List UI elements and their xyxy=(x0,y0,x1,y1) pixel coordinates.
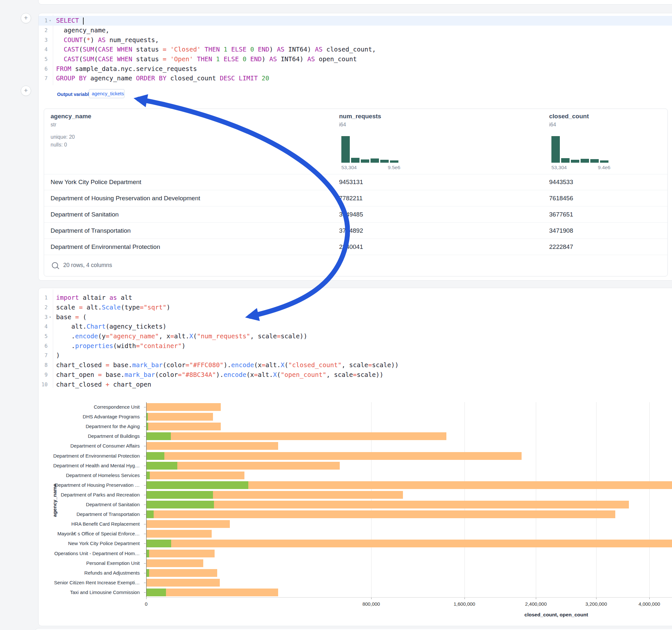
bar-closed_count[interactable] xyxy=(146,520,230,528)
code-line[interactable]: 6FROM sample_data.nyc.service_requests xyxy=(39,64,672,74)
bar-closed_count[interactable] xyxy=(146,452,522,460)
output-variable-chip[interactable]: agency_tickets xyxy=(89,89,124,98)
bar-closed_count[interactable] xyxy=(146,501,629,508)
bar-open_count[interactable] xyxy=(146,588,166,596)
bar-open_count[interactable] xyxy=(146,550,149,557)
column-header[interactable]: agency_name xyxy=(51,113,91,120)
table-cell: 3774892 xyxy=(339,227,363,234)
python-code-editor[interactable]: 1import altair as alt2scale = alt.Scale(… xyxy=(39,293,672,389)
bar-open_count[interactable] xyxy=(146,491,213,499)
bar-closed_count[interactable] xyxy=(146,510,615,518)
table-cell: 2240041 xyxy=(339,243,363,250)
y-axis-tick xyxy=(144,583,146,583)
code-token: "sqrt" xyxy=(144,304,166,311)
histogram-bar xyxy=(571,160,579,163)
bar-open_count[interactable] xyxy=(146,471,150,479)
bar-closed_count[interactable] xyxy=(146,471,244,479)
code-token: scale xyxy=(56,304,79,311)
code-line[interactable]: 1import altair as alt xyxy=(39,293,672,303)
bar-open_count[interactable] xyxy=(146,569,149,577)
code-line[interactable]: 5 CAST(SUM(CASE WHEN status = 'Open' THE… xyxy=(39,54,672,64)
column-header[interactable]: closed_count xyxy=(549,113,589,120)
table-row[interactable]: Department of Transportation377489234719… xyxy=(44,223,668,239)
code-token: (color xyxy=(155,371,178,379)
bar-open_count[interactable] xyxy=(146,452,164,460)
code-token: , scale xyxy=(342,361,368,369)
y-axis-tick xyxy=(144,514,146,515)
code-line[interactable]: 3 COUNT(*) AS num_requests, xyxy=(39,35,672,45)
code-line[interactable]: 8chart_closed = base.mark_bar(color="#FF… xyxy=(39,360,672,370)
sql-code-editor[interactable]: 1▾SELECT 2 agency_name,3 COUNT(*) AS num… xyxy=(39,16,672,83)
code-line[interactable]: 2 agency_name, xyxy=(39,26,672,35)
bar-closed_count[interactable] xyxy=(146,403,221,411)
bar-open_count[interactable] xyxy=(146,501,214,508)
bar-closed_count[interactable] xyxy=(146,579,220,587)
bar-open_count[interactable] xyxy=(146,481,248,489)
y-axis-tick-label: Department of Transportation xyxy=(39,511,140,517)
code-token xyxy=(167,55,170,63)
code-token: (color xyxy=(163,361,186,369)
line-number: 9 xyxy=(39,372,48,378)
bar-open_count[interactable] xyxy=(146,510,154,518)
y-axis-tick xyxy=(144,573,146,573)
search-icon[interactable] xyxy=(52,262,58,268)
table-row[interactable]: New York City Police Department945313194… xyxy=(44,174,668,190)
add-cell-button[interactable]: + xyxy=(21,86,31,96)
code-line[interactable]: 7GROUP BY agency_name ORDER BY closed_co… xyxy=(39,74,672,83)
bar-closed_count[interactable] xyxy=(146,550,215,557)
code-line[interactable]: 3▾base = ( xyxy=(39,312,672,322)
bar-closed_count[interactable] xyxy=(146,422,221,430)
code-token: = xyxy=(368,361,372,369)
code-line[interactable]: 10chart_closed + chart_open xyxy=(39,380,672,389)
bar-open_count[interactable] xyxy=(146,539,171,547)
bar-closed_count[interactable] xyxy=(146,413,213,421)
code-line[interactable]: 7) xyxy=(39,350,672,360)
code-token: ( xyxy=(79,55,83,63)
code-token: ( xyxy=(193,333,197,340)
y-axis-tick xyxy=(144,466,146,466)
code-token xyxy=(167,46,170,53)
chart-gridline xyxy=(536,402,536,597)
table-row[interactable]: Department of Housing Preservation and D… xyxy=(44,190,668,207)
bar-open_count[interactable] xyxy=(146,432,171,440)
code-line[interactable]: 4 CAST(SUM(CASE WHEN status = 'Closed' T… xyxy=(39,45,672,54)
bar-closed_count[interactable] xyxy=(146,442,278,450)
code-token: ) xyxy=(91,36,98,44)
code-line[interactable]: 2scale = alt.Scale(type="sqrt") xyxy=(39,303,672,312)
fold-toggle-icon[interactable]: ▾ xyxy=(48,315,52,319)
code-line[interactable]: 4 alt.Chart(agency_tickets) xyxy=(39,322,672,332)
bar-closed_count[interactable] xyxy=(146,559,203,567)
y-axis-tick xyxy=(144,407,146,407)
histogram-bar xyxy=(341,136,350,163)
code-line[interactable]: 6 .properties(width="container") xyxy=(39,341,672,350)
bar-closed_count[interactable] xyxy=(146,432,447,440)
bar-closed_count[interactable] xyxy=(146,569,217,577)
code-line[interactable]: 5 .encode(y="agency_name", x=alt.X("num_… xyxy=(39,332,672,341)
bar-open_count[interactable] xyxy=(146,413,148,421)
y-axis-tick xyxy=(144,446,146,446)
code-token: chart_open xyxy=(56,371,98,379)
line-number: 2 xyxy=(39,304,48,311)
bar-open_count[interactable] xyxy=(146,422,148,430)
fold-toggle-icon[interactable]: ▾ xyxy=(48,19,52,23)
bar-closed_count[interactable] xyxy=(146,588,278,596)
table-row[interactable]: Department of Sanitation37494853677651 xyxy=(44,207,668,223)
x-axis-tick-label: 1,600,000 xyxy=(442,601,487,607)
bar-closed_count[interactable] xyxy=(146,530,212,538)
code-token: SUM xyxy=(83,55,94,63)
column-header[interactable]: num_requests xyxy=(339,113,381,120)
code-token: ) xyxy=(167,304,170,311)
bar-open_count[interactable] xyxy=(146,462,177,469)
code-token: = xyxy=(170,333,174,340)
add-cell-button[interactable]: + xyxy=(21,13,31,23)
bar-closed_count[interactable] xyxy=(146,539,672,547)
code-line[interactable]: 1▾SELECT xyxy=(39,16,672,26)
y-axis-tick-label: Senior Citizen Rent Increase Exempti… xyxy=(39,579,140,586)
y-axis-tick xyxy=(144,592,146,593)
y-axis-tick xyxy=(144,456,146,456)
table-row[interactable]: Department of Environmental Protection22… xyxy=(44,239,668,255)
column-type: i64 xyxy=(549,122,556,128)
code-token: alt. xyxy=(174,333,189,340)
histogram-min-label: 53,304 xyxy=(341,165,357,170)
code-line[interactable]: 9chart_open = base.mark_bar(color="#8BC3… xyxy=(39,370,672,380)
